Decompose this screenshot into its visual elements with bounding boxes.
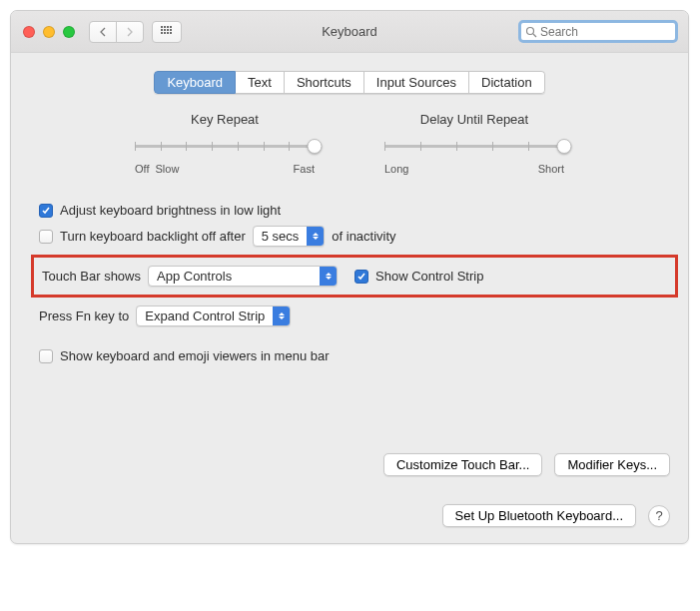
adjust-brightness-row: Adjust keyboard brightness in low light (39, 203, 670, 218)
forward-button[interactable] (116, 21, 144, 43)
chevron-right-icon (126, 27, 134, 37)
adjust-brightness-checkbox[interactable] (39, 204, 53, 218)
zoom-icon[interactable] (63, 26, 75, 38)
key-repeat-off-label: Off (135, 163, 149, 175)
key-repeat-fast-label: Fast (294, 163, 315, 175)
slider-thumb[interactable] (557, 139, 572, 154)
show-viewers-row: Show keyboard and emoji viewers in menu … (39, 348, 670, 363)
svg-point-0 (527, 27, 534, 34)
tab-bar: KeyboardTextShortcutsInput SourcesDictat… (29, 71, 670, 94)
sliders-row: Key Repeat Off Slow Fast Delay Until Rep… (29, 112, 670, 175)
backlight-off-row: Turn keyboard backlight off after 5 secs… (39, 226, 670, 247)
delay-repeat-block: Delay Until Repeat Long Short (384, 112, 564, 175)
highlight-box: Touch Bar shows App Controls Show Contro… (31, 255, 678, 298)
tab-input-sources[interactable]: Input Sources (364, 71, 469, 94)
fn-key-label-pre: Press Fn key to (39, 308, 129, 323)
content-area: KeyboardTextShortcutsInput SourcesDictat… (11, 53, 688, 490)
preferences-window: Keyboard KeyboardTextShortcutsInput Sour… (10, 10, 689, 544)
select-stepper-icon (273, 306, 290, 325)
delay-short-label: Short (538, 163, 564, 175)
touchbar-label-pre: Touch Bar shows (42, 269, 141, 284)
modifier-keys-button[interactable]: Modifier Keys... (554, 453, 670, 476)
slider-thumb[interactable] (308, 139, 323, 154)
chevron-left-icon (99, 27, 107, 37)
tab-dictation[interactable]: Dictation (469, 71, 545, 94)
show-viewers-checkbox[interactable] (39, 349, 53, 363)
backlight-off-label-post: of inactivity (332, 229, 395, 244)
delay-repeat-slider[interactable] (384, 137, 564, 157)
titlebar: Keyboard (11, 11, 688, 53)
buttons-row: Customize Touch Bar... Modifier Keys... (29, 453, 670, 476)
back-button[interactable] (89, 21, 117, 43)
backlight-off-checkbox[interactable] (39, 230, 53, 244)
show-all-button[interactable] (152, 21, 182, 43)
key-repeat-slider[interactable] (135, 137, 315, 157)
search-field[interactable] (518, 20, 678, 43)
help-button[interactable]: ? (648, 505, 670, 527)
show-viewers-label: Show keyboard and emoji viewers in menu … (60, 348, 330, 363)
key-repeat-label: Key Repeat (135, 112, 315, 127)
key-repeat-slow-label: Slow (155, 163, 179, 175)
svg-line-1 (533, 34, 536, 37)
search-input[interactable] (537, 24, 671, 40)
check-icon (41, 206, 51, 216)
adjust-brightness-label: Adjust keyboard brightness in low light (60, 203, 281, 218)
tab-keyboard[interactable]: Keyboard (154, 71, 236, 94)
customize-touchbar-button[interactable]: Customize Touch Bar... (383, 453, 542, 476)
touchbar-select[interactable]: App Controls (148, 266, 338, 287)
delay-long-label: Long (384, 163, 408, 175)
window-controls (23, 26, 75, 38)
grid-icon (161, 26, 173, 38)
show-control-strip-checkbox[interactable] (354, 270, 368, 284)
fn-key-value: Expand Control Strip (137, 308, 273, 323)
bluetooth-keyboard-button[interactable]: Set Up Bluetooth Keyboard... (442, 504, 636, 527)
touchbar-value: App Controls (149, 269, 320, 284)
nav-buttons (89, 21, 144, 43)
search-icon (525, 26, 537, 38)
footer-row: Set Up Bluetooth Keyboard... ? (11, 490, 688, 543)
touchbar-row: Touch Bar shows App Controls Show Contro… (42, 266, 667, 287)
minimize-icon[interactable] (43, 26, 55, 38)
close-icon[interactable] (23, 26, 35, 38)
backlight-timeout-value: 5 secs (254, 229, 308, 244)
fn-key-row: Press Fn key to Expand Control Strip (39, 306, 670, 326)
check-icon (356, 272, 366, 282)
delay-repeat-label: Delay Until Repeat (384, 112, 564, 127)
select-stepper-icon (320, 267, 337, 286)
select-stepper-icon (307, 227, 324, 246)
options-list: Adjust keyboard brightness in low light … (29, 203, 670, 363)
tab-text[interactable]: Text (236, 71, 285, 94)
backlight-timeout-select[interactable]: 5 secs (253, 226, 326, 247)
show-control-strip-label: Show Control Strip (375, 269, 483, 284)
tab-shortcuts[interactable]: Shortcuts (285, 71, 364, 94)
key-repeat-block: Key Repeat Off Slow Fast (135, 112, 315, 175)
fn-key-select[interactable]: Expand Control Strip (136, 306, 291, 326)
backlight-off-label-pre: Turn keyboard backlight off after (60, 229, 246, 244)
